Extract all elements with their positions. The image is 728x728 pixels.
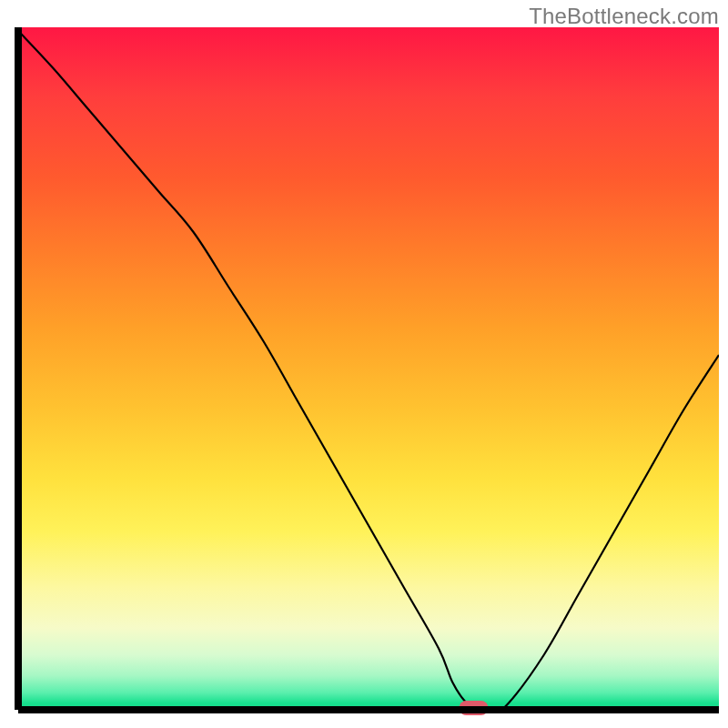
chart-svg	[0, 0, 728, 728]
bottleneck-chart: TheBottleneck.com	[0, 0, 728, 728]
gradient-background	[18, 27, 719, 710]
